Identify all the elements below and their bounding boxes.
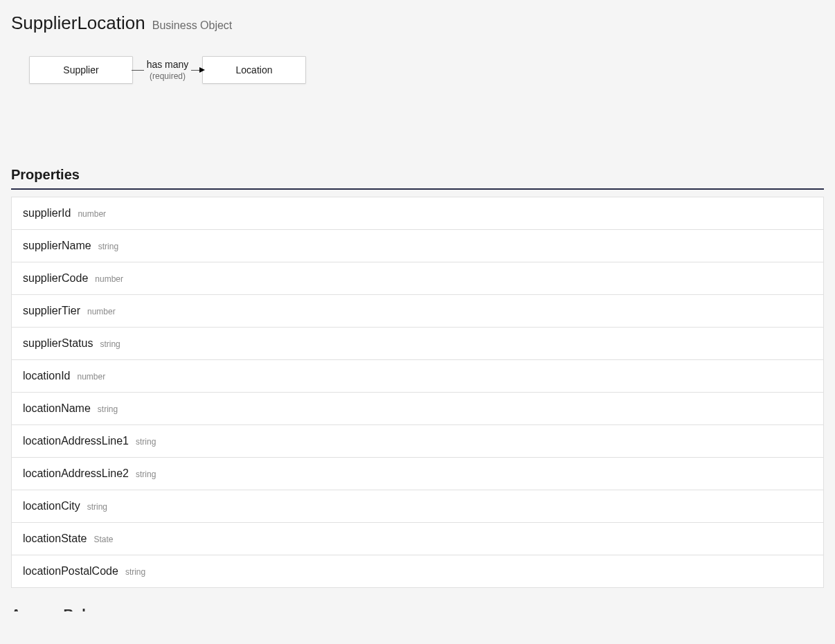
relationship-sublabel: (required) <box>150 71 186 81</box>
property-row[interactable]: locationStateState <box>11 523 824 555</box>
relationship-label: has many <box>147 59 189 71</box>
property-type: number <box>78 209 106 219</box>
property-row[interactable]: supplierNamestring <box>11 230 824 262</box>
property-type: string <box>98 242 118 251</box>
line-icon <box>132 70 144 71</box>
property-type: number <box>78 372 106 382</box>
divider <box>11 188 824 190</box>
property-name: supplierName <box>23 240 91 252</box>
page-subtitle: Business Object <box>152 19 233 32</box>
entity-supplier-label: Supplier <box>63 64 98 75</box>
property-name: locationName <box>23 402 91 415</box>
property-name: locationState <box>23 533 87 545</box>
property-row[interactable]: locationPostalCodestring <box>11 555 824 588</box>
entity-location-label: Location <box>236 64 273 75</box>
property-row[interactable]: supplierIdnumber <box>11 197 824 230</box>
property-type: string <box>100 339 120 349</box>
page-header: SupplierLocation Business Object <box>11 12 824 34</box>
page-title: SupplierLocation <box>11 12 145 34</box>
property-type: number <box>87 307 116 316</box>
property-type: string <box>136 469 156 479</box>
property-row[interactable]: locationAddressLine2string <box>11 458 824 490</box>
property-row[interactable]: locationCitystring <box>11 490 824 523</box>
property-name: locationAddressLine1 <box>23 435 129 447</box>
property-row[interactable]: locationAddressLine1string <box>11 425 824 458</box>
page-root: SupplierLocation Business Object Supplie… <box>0 0 835 611</box>
property-type: string <box>98 404 118 414</box>
relationship-connector: has many (required) <box>133 59 202 82</box>
property-name: supplierCode <box>23 272 88 285</box>
property-name: locationId <box>23 370 71 382</box>
property-type: string <box>87 502 107 512</box>
relationship-diagram: Supplier has many (required) Location <box>11 49 824 167</box>
arrow-right-icon <box>199 67 205 73</box>
property-name: locationAddressLine2 <box>23 467 129 480</box>
properties-list: supplierIdnumbersupplierNamestringsuppli… <box>11 197 824 588</box>
properties-heading: Properties <box>11 167 824 183</box>
property-type: string <box>125 567 145 577</box>
property-type: number <box>95 274 123 284</box>
access-rules-heading: Access Rules <box>11 605 824 611</box>
property-row[interactable]: supplierCodenumber <box>11 262 824 295</box>
property-row[interactable]: supplierStatusstring <box>11 328 824 360</box>
property-name: supplierTier <box>23 305 80 317</box>
property-row[interactable]: locationNamestring <box>11 393 824 425</box>
property-type: string <box>136 437 156 447</box>
property-row[interactable]: locationIdnumber <box>11 360 824 393</box>
property-type: State <box>94 535 114 544</box>
entity-location[interactable]: Location <box>202 56 306 84</box>
property-name: supplierId <box>23 207 71 220</box>
diagram-row: Supplier has many (required) Location <box>29 56 824 84</box>
property-name: locationCity <box>23 500 80 512</box>
property-row[interactable]: supplierTiernumber <box>11 295 824 328</box>
property-name: locationPostalCode <box>23 565 118 578</box>
property-name: supplierStatus <box>23 337 93 350</box>
entity-supplier[interactable]: Supplier <box>29 56 133 84</box>
